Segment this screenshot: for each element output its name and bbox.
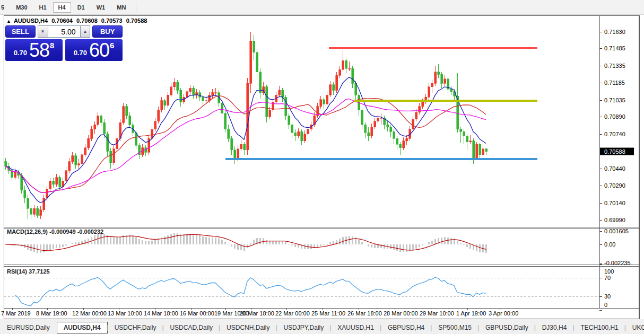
- svg-text:7 Mar 2019: 7 Mar 2019: [1, 310, 31, 317]
- svg-text:8 Mar 19:00: 8 Mar 19:00: [36, 310, 67, 317]
- volume-input[interactable]: [48, 25, 80, 38]
- sell-price-pips: 58: [29, 41, 49, 60]
- svg-text:0.70740: 0.70740: [604, 131, 625, 137]
- chart-symbol-label: AUDUSD,H4: [14, 17, 48, 24]
- ohlc-low: 0.70573: [101, 17, 123, 24]
- svg-text:0.70588: 0.70588: [604, 148, 625, 155]
- svg-text:0.71485: 0.71485: [604, 45, 625, 51]
- svg-text:3 Apr 00:00: 3 Apr 00:00: [489, 310, 518, 317]
- volume-decrease-button[interactable]: ▼: [38, 25, 48, 38]
- svg-text:29 Mar 10:00: 29 Mar 10:00: [420, 310, 454, 317]
- svg-text:0: 0: [604, 302, 607, 308]
- macd-indicator-label: MACD(12,26,9) -0.000949 -0.000232: [7, 228, 103, 235]
- sell-price-pipette: 8: [50, 41, 54, 50]
- svg-text:20 Mar 18:00: 20 Mar 18:00: [240, 310, 274, 317]
- svg-text:1 Apr 19:00: 1 Apr 19:00: [456, 310, 486, 317]
- svg-text:0.70440: 0.70440: [604, 165, 625, 172]
- svg-text:0.70890: 0.70890: [604, 113, 625, 120]
- ohlc-open: 0.70604: [51, 17, 73, 24]
- svg-text:28 Mar 00:00: 28 Mar 00:00: [384, 310, 418, 317]
- svg-text:0.71335: 0.71335: [604, 63, 625, 69]
- svg-text:70: 70: [604, 275, 611, 281]
- buy-price-base: 0.70: [74, 49, 87, 57]
- svg-text:16 Mar 00:00: 16 Mar 00:00: [180, 310, 214, 317]
- sell-quote-tile[interactable]: 0.70 58 8: [5, 39, 63, 61]
- svg-text:0.69990: 0.69990: [604, 217, 625, 223]
- buy-price-pips: 60: [89, 41, 109, 60]
- svg-text:12 Mar 00:00: 12 Mar 00:00: [72, 310, 107, 317]
- ohlc-close: 0.70588: [126, 17, 147, 24]
- svg-text:0.71630: 0.71630: [604, 29, 625, 35]
- svg-text:0.70290: 0.70290: [604, 182, 625, 189]
- svg-text:0.00: 0.00: [604, 241, 615, 248]
- ohlc-high: 0.70608: [76, 17, 98, 24]
- chart-title: ▲AUDUSD,H4 0.70604 0.70608 0.70573 0.705…: [6, 17, 149, 24]
- one-click-trading-panel: SELL ▼ ▲ BUY 0.70 58 8 0.70 60 6: [5, 25, 123, 61]
- caret-up-icon: ▲: [83, 29, 87, 34]
- sell-price-base: 0.70: [14, 49, 27, 57]
- svg-text:0.71185: 0.71185: [604, 80, 625, 86]
- direction-up-icon: ▲: [6, 19, 11, 24]
- svg-text:100: 100: [604, 268, 614, 275]
- svg-text:13 Mar 10:00: 13 Mar 10:00: [108, 310, 142, 317]
- volume-increase-button[interactable]: ▲: [80, 25, 91, 38]
- svg-text:0.001605: 0.001605: [604, 228, 629, 234]
- svg-text:-0.002235: -0.002235: [604, 260, 631, 266]
- buy-button[interactable]: BUY: [92, 25, 123, 38]
- svg-text:14 Mar 18:00: 14 Mar 18:00: [144, 310, 178, 317]
- svg-text:22 Mar 00:00: 22 Mar 00:00: [275, 310, 310, 317]
- svg-text:0.70140: 0.70140: [604, 200, 625, 206]
- mt4-terminal: { "toolbar": {"timeframes": ["5", "M30",…: [0, 0, 644, 334]
- buy-quote-tile[interactable]: 0.70 60 6: [65, 39, 123, 61]
- svg-text:26 Mar 18:00: 26 Mar 18:00: [347, 310, 382, 317]
- caret-down-icon: ▼: [41, 29, 45, 34]
- svg-text:0.71035: 0.71035: [604, 97, 625, 103]
- svg-text:25 Mar 11:00: 25 Mar 11:00: [311, 310, 345, 317]
- svg-text:30: 30: [604, 293, 611, 300]
- sell-button[interactable]: SELL: [5, 25, 36, 38]
- buy-price-pipette: 6: [110, 41, 114, 50]
- rsi-indicator-label: RSI(14) 37.7125: [7, 268, 50, 275]
